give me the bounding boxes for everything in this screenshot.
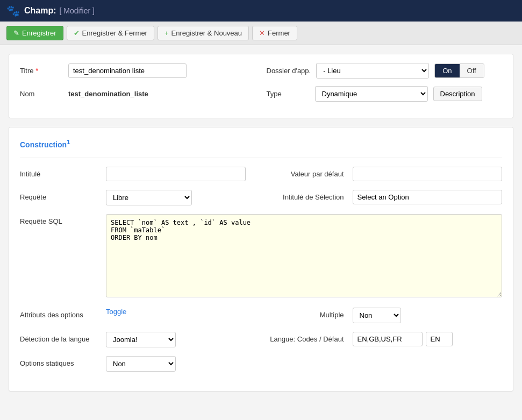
multiple-group: Multiple Non [261, 308, 503, 323]
options-statiques-label: Options statiques [20, 356, 106, 367]
sql-field: SELECT `nom` AS text , `id` AS value FRO… [106, 214, 502, 299]
nom-group: Nom test_denomination_liste [20, 90, 256, 98]
multiple-field: Non [353, 308, 503, 323]
titre-label: Titre [20, 67, 63, 75]
close-button[interactable]: ✕ Fermer [252, 26, 297, 40]
options-statiques-group: Options statiques Non [20, 356, 502, 372]
type-label: Type [267, 90, 310, 98]
nom-label: Nom [20, 90, 63, 98]
intitule-label: Intitulé [20, 167, 106, 178]
intitule-selection-field [353, 190, 503, 204]
nom-value: test_denomination_liste [68, 90, 148, 98]
langue-codes-label: Langue: Codes / Défaut [261, 332, 353, 343]
langue-group: Langue: Codes / Défaut [261, 332, 503, 346]
app-subtitle: [ Modifier ] [60, 6, 95, 15]
detection-label: Détection de la langue [20, 332, 106, 343]
plus-icon: + [165, 29, 169, 37]
main-form-card: Titre Dossier d'app. - Lieu On Off Nom t… [9, 54, 513, 118]
save-button[interactable]: ✎ Enregistrer [6, 26, 63, 40]
options-statiques-select[interactable]: Non [106, 356, 176, 372]
valeur-label: Valeur par défaut [261, 167, 353, 178]
main-content: Titre Dossier d'app. - Lieu On Off Nom t… [0, 45, 522, 400]
toggle-group: On Off [434, 63, 484, 78]
attributs-label: Attributs des options [20, 308, 106, 319]
attributs-field: Toggle [106, 308, 261, 316]
requete-label: Requête [20, 190, 106, 201]
valeur-field [353, 167, 503, 181]
intitule-selection-group: Intitulé de Sélection [261, 190, 503, 204]
intitule-field [106, 167, 261, 181]
save-close-label: Enregistrer & Fermer [82, 29, 147, 37]
app-header: 🐾 Champ: [ Modifier ] [0, 0, 522, 22]
titre-input[interactable] [68, 63, 187, 78]
langue-codes-field [353, 332, 503, 346]
langue-default-input[interactable] [426, 332, 453, 346]
toolbar: ✎ Enregistrer ✔ Enregistrer & Fermer + E… [0, 22, 522, 45]
multiple-select[interactable]: Non [353, 308, 401, 323]
sql-textarea[interactable]: SELECT `nom` AS text , `id` AS value FRO… [106, 214, 502, 297]
app-title: Champ: [24, 6, 56, 16]
check-icon: ✔ [74, 29, 80, 37]
options-statiques-field: Non [106, 356, 502, 372]
save-new-button[interactable]: + Enregistrer & Nouveau [158, 26, 249, 40]
toggle-on-button[interactable]: On [435, 64, 459, 77]
intitule-input[interactable] [106, 167, 246, 181]
dossier-group: Dossier d'app. - Lieu On Off [267, 63, 503, 79]
type-select[interactable]: Dynamique [315, 86, 428, 102]
toggle-link[interactable]: Toggle [106, 308, 126, 316]
detection-field: Joomla! [106, 332, 261, 347]
construction-card: Construction1 Intitulé Valeur par défaut… [9, 127, 513, 391]
valeur-group: Valeur par défaut [261, 167, 503, 181]
intitule-selection-label: Intitulé de Sélection [261, 190, 353, 201]
dossier-select[interactable]: - Lieu [316, 63, 429, 79]
save-label: Enregistrer [22, 29, 56, 37]
valeur-input[interactable] [353, 167, 503, 181]
intitule-selection-input[interactable] [353, 190, 503, 204]
detection-row: Détection de la langue Joomla! Langue: C… [20, 332, 502, 347]
sql-label-group: Requête SQL [20, 214, 106, 225]
save-close-button[interactable]: ✔ Enregistrer & Fermer [67, 26, 154, 40]
requete-group: Requête Libre [20, 190, 261, 205]
detection-group: Détection de la langue Joomla! [20, 332, 261, 347]
requete-field: Libre [106, 190, 261, 205]
close-label: Fermer [268, 29, 290, 37]
x-icon: ✕ [259, 29, 265, 37]
titre-row: Titre Dossier d'app. - Lieu On Off [20, 63, 502, 79]
attributs-row: Attributs des options Toggle Multiple No… [20, 308, 502, 323]
dossier-label: Dossier d'app. [267, 67, 311, 75]
requete-row: Requête Libre Intitulé de Sélection [20, 190, 502, 205]
save-icon: ✎ [13, 29, 19, 37]
construction-title: Construction1 [20, 138, 502, 149]
intitule-group: Intitulé [20, 167, 261, 181]
multiple-label: Multiple [261, 308, 353, 319]
sql-row: Requête SQL SELECT `nom` AS text , `id` … [20, 214, 502, 299]
type-group: Type Dynamique Description [267, 86, 503, 102]
detection-select[interactable]: Joomla! [106, 332, 176, 347]
langue-codes-input[interactable] [353, 332, 423, 346]
description-button[interactable]: Description [433, 87, 482, 101]
separator [20, 158, 502, 158]
options-statiques-row: Options statiques Non [20, 356, 502, 372]
nom-row: Nom test_denomination_liste Type Dynamiq… [20, 86, 502, 102]
intitule-row: Intitulé Valeur par défaut [20, 167, 502, 181]
attributs-group: Attributs des options Toggle [20, 308, 261, 319]
titre-group: Titre [20, 63, 256, 78]
save-new-label: Enregistrer & Nouveau [171, 29, 242, 37]
toggle-off-button[interactable]: Off [460, 64, 484, 77]
sql-label: Requête SQL [20, 214, 106, 225]
requete-select[interactable]: Libre [106, 190, 192, 205]
paw-icon: 🐾 [6, 4, 20, 17]
